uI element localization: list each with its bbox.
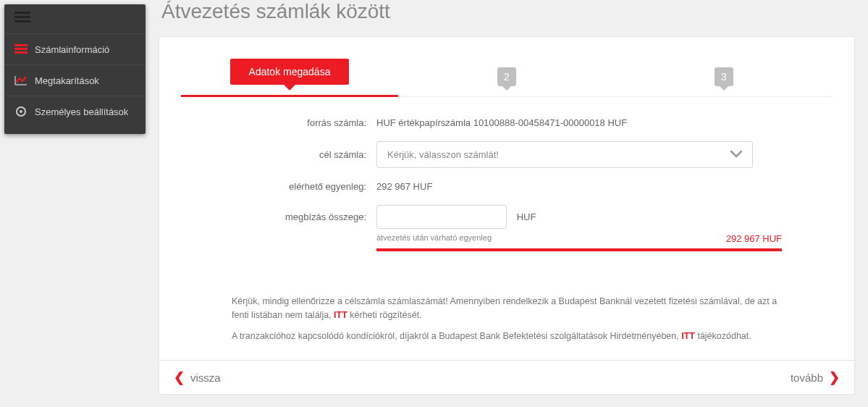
step-3-number: 3 bbox=[715, 67, 733, 86]
target-account-placeholder: Kérjük, válasszon számlát! bbox=[387, 149, 499, 160]
note-1-link[interactable]: ITT bbox=[334, 310, 347, 320]
note-1-text-a: Kérjük, mindig ellenőrizze a célszámla s… bbox=[232, 296, 777, 320]
step-1-label: Adatok megadása bbox=[230, 59, 350, 85]
svg-rect-0 bbox=[14, 12, 30, 14]
next-label: tovább bbox=[791, 372, 823, 384]
svg-point-7 bbox=[20, 110, 22, 113]
chart-line-icon bbox=[14, 74, 28, 87]
target-account-select[interactable]: Kérjük, válasszon számlát! bbox=[376, 141, 753, 168]
form-card: Adatok megadása 2 3 forrás számla: HUF é… bbox=[159, 36, 855, 361]
amount-label: megbízás összege: bbox=[232, 211, 376, 222]
available-balance-label: elérhető egyenleg: bbox=[232, 181, 376, 192]
back-button[interactable]: ❮ vissza bbox=[174, 369, 221, 385]
svg-rect-5 bbox=[14, 51, 28, 54]
balance-after-row: átvezetés után várható egyenleg 292 967 … bbox=[376, 232, 782, 251]
next-button[interactable]: tovább ❯ bbox=[791, 369, 840, 385]
transfer-form: forrás számla: HUF értékpapírszámla 1010… bbox=[232, 117, 782, 343]
page-title: Átvezetés számlák között bbox=[161, 0, 855, 23]
hamburger-icon[interactable] bbox=[4, 12, 146, 33]
source-account-label: forrás számla: bbox=[232, 117, 376, 128]
note-2-text-a: A tranzakcióhoz kapcsolódó kondíciókról,… bbox=[232, 331, 681, 341]
chevron-left-icon: ❮ bbox=[174, 369, 185, 385]
sidebar-item-label: Megtakarítások bbox=[35, 75, 99, 86]
list-icon bbox=[14, 43, 28, 56]
back-label: vissza bbox=[190, 372, 221, 384]
main-content: Átvezetés számlák között Adatok megadása… bbox=[146, 0, 868, 403]
step-2: 2 bbox=[398, 67, 615, 96]
chevron-down-icon bbox=[730, 149, 742, 160]
amount-input[interactable] bbox=[376, 205, 507, 229]
step-1: Adatok megadása bbox=[181, 59, 398, 97]
chevron-right-icon: ❯ bbox=[829, 369, 840, 385]
available-balance-value: 292 967 HUF bbox=[376, 181, 782, 192]
gear-icon bbox=[14, 105, 28, 118]
footer-nav: ❮ vissza tovább ❯ bbox=[159, 361, 855, 395]
svg-rect-1 bbox=[14, 16, 30, 18]
sidebar-item-savings[interactable]: Megtakarítások bbox=[4, 64, 146, 96]
step-indicator: Adatok megadása 2 3 bbox=[181, 59, 833, 97]
svg-rect-3 bbox=[14, 44, 28, 46]
balance-after-value: 292 967 HUF bbox=[726, 233, 782, 244]
note-2-text-b: tájékozódhat. bbox=[695, 331, 751, 341]
sidebar-item-personal-settings[interactable]: Személyes beállítások bbox=[4, 96, 146, 127]
step-3: 3 bbox=[615, 67, 833, 96]
amount-currency: HUF bbox=[517, 211, 536, 222]
sidebar: Számlainformáció Megtakarítások Személye… bbox=[4, 4, 146, 134]
note-1-text-b: kérheti rögzítését. bbox=[347, 310, 422, 320]
svg-rect-4 bbox=[14, 48, 28, 50]
balance-after-label: átvezetés után várható egyenleg bbox=[376, 233, 726, 244]
target-account-label: cél számla: bbox=[232, 149, 376, 160]
svg-rect-2 bbox=[14, 20, 30, 22]
sidebar-item-account-info[interactable]: Számlainformáció bbox=[4, 33, 146, 64]
source-account-value: HUF értékpapírszámla 10100888-00458471-0… bbox=[376, 117, 782, 128]
sidebar-item-label: Számlainformáció bbox=[35, 44, 109, 55]
info-notes: Kérjük, mindig ellenőrizze a célszámla s… bbox=[232, 295, 782, 343]
note-2-link[interactable]: ITT bbox=[681, 331, 695, 341]
step-2-number: 2 bbox=[497, 67, 516, 86]
sidebar-item-label: Személyes beállítások bbox=[35, 106, 128, 117]
